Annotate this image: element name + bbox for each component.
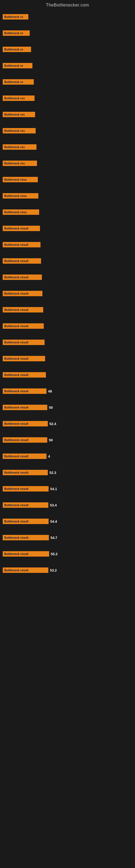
list-item: Bottleneck resu [3,188,132,204]
list-item: Bottleneck re [3,25,132,41]
bar-label: Bottleneck result [3,551,49,557]
bar-label: Bottleneck res [3,128,36,133]
bar-label: Bottleneck resu [3,209,39,215]
list-item: Bottleneck result54.1 [3,481,132,497]
bar-label: Bottleneck re [3,63,32,68]
bar-label: Bottleneck result [3,242,41,247]
list-item: Bottleneck res [3,139,132,155]
bar-value: 53.2 [50,568,57,572]
list-item: Bottleneck res [3,123,132,138]
list-item: Bottleneck result4 [3,448,132,464]
bar-label: Bottleneck result [3,502,48,508]
bar-label: Bottleneck result [3,470,48,475]
bar-value: 48 [48,389,52,393]
bar-label: Bottleneck result [3,340,45,345]
bar-value: 54.4 [50,520,57,524]
list-item: Bottleneck result [3,351,132,367]
list-item: Bottleneck result [3,269,132,285]
bar-label: Bottleneck re [3,30,30,36]
list-item: Bottleneck re [3,9,132,25]
bar-label: Bottleneck result [3,258,41,264]
list-item: Bottleneck result53.2 [3,562,132,578]
bar-value: 54.7 [50,536,57,540]
bar-value: 53.4 [50,503,57,507]
bar-label: Bottleneck result [3,307,43,312]
bar-value: 52.4 [49,422,56,426]
list-item: Bottleneck re [3,58,132,73]
list-item: Bottleneck result48 [3,383,132,399]
bar-label: Bottleneck result [3,519,49,524]
bar-label: Bottleneck resu [3,177,38,182]
bar-value: 55.2 [51,552,57,556]
bar-label: Bottleneck result [3,275,42,280]
bar-label: Bottleneck result [3,226,40,231]
bar-label: Bottleneck result [3,454,46,459]
site-title: TheBottlenecker.com [0,0,135,9]
list-item: Bottleneck result [3,318,132,334]
list-item: Bottleneck result [3,367,132,383]
list-item: Bottleneck resu [3,204,132,220]
list-item: Bottleneck result [3,286,132,301]
bar-value: 50 [49,405,53,410]
list-item: Bottleneck resu [3,172,132,187]
bar-value: 4 [48,454,50,458]
list-item: Bottleneck res [3,106,132,122]
bar-label: Bottleneck result [3,486,49,492]
bar-label: Bottleneck result [3,372,46,378]
list-item: Bottleneck result50 [3,432,132,448]
rows-container: Bottleneck reBottleneck reBottleneck reB… [0,9,135,578]
list-item: Bottleneck result [3,220,132,236]
bar-label: Bottleneck result [3,389,46,394]
list-item: Bottleneck re [3,74,132,90]
bar-label: Bottleneck re [3,79,34,85]
bar-label: Bottleneck res [3,161,37,166]
list-item: Bottleneck res [3,155,132,171]
bar-label: Bottleneck re [3,46,31,52]
list-item: Bottleneck result53.4 [3,497,132,513]
list-item: Bottleneck res [3,90,132,106]
bar-label: Bottleneck result [3,405,47,410]
bar-value: 52.3 [49,471,56,475]
list-item: Bottleneck result52.3 [3,465,132,480]
list-item: Bottleneck result [3,253,132,269]
bar-label: Bottleneck res [3,112,35,117]
bar-value: 54.1 [50,487,57,491]
list-item: Bottleneck result55.2 [3,546,132,562]
bar-label: Bottleneck resu [3,193,38,198]
list-item: Bottleneck re [3,41,132,57]
list-item: Bottleneck result [3,302,132,318]
bar-label: Bottleneck result [3,421,48,426]
list-item: Bottleneck result54.7 [3,530,132,546]
bar-label: Bottleneck res [3,144,37,150]
bar-label: Bottleneck result [3,567,48,573]
bar-value: 50 [49,438,53,442]
list-item: Bottleneck result52.4 [3,416,132,432]
bar-label: Bottleneck result [3,437,47,443]
list-item: Bottleneck result [3,237,132,252]
list-item: Bottleneck result50 [3,400,132,415]
bar-label: Bottleneck re [3,14,28,20]
bar-label: Bottleneck res [3,95,35,101]
bar-label: Bottleneck result [3,356,45,361]
bar-label: Bottleneck result [3,291,42,296]
list-item: Bottleneck result [3,335,132,350]
list-item: Bottleneck result54.4 [3,514,132,529]
bar-label: Bottleneck result [3,323,44,329]
bar-label: Bottleneck result [3,535,49,540]
